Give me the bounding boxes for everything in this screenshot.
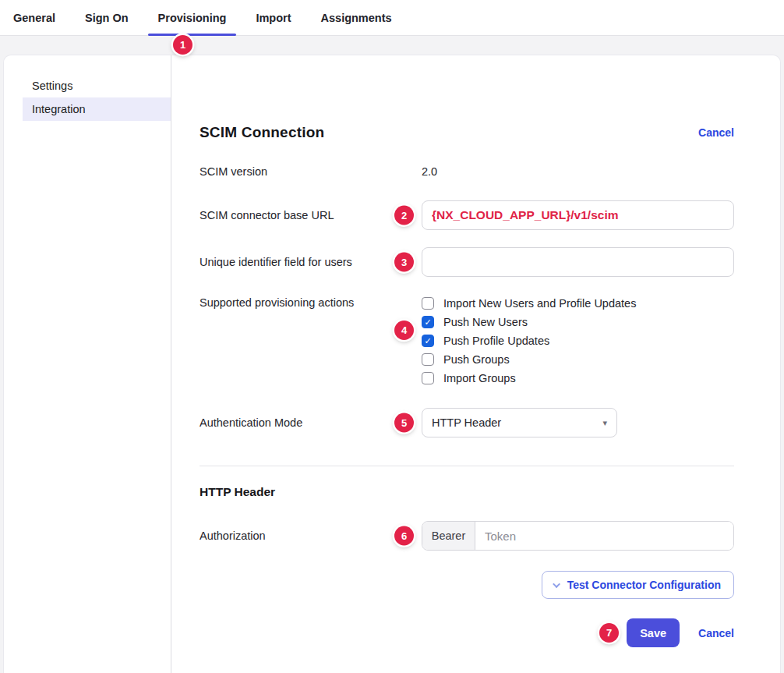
auth-mode-row: Authentication Mode 5 HTTP Header ▾ bbox=[200, 408, 734, 437]
checkbox-icon bbox=[422, 297, 434, 310]
checkbox-label: Import New Users and Profile Updates bbox=[443, 297, 636, 310]
base-url-row: SCIM connector base URL 2 bbox=[200, 200, 734, 230]
sidebar-item-integration[interactable]: Integration bbox=[23, 97, 171, 121]
http-header-section-title: HTTP Header bbox=[200, 485, 734, 499]
auth-mode-selected-value: HTTP Header bbox=[432, 416, 501, 429]
checkbox-option-push-profile-updates[interactable]: Push Profile Updates bbox=[422, 331, 734, 350]
base-url-label: SCIM connector base URL bbox=[200, 209, 422, 221]
unique-id-label: Unique identifier field for users bbox=[200, 256, 422, 268]
checkbox-option-import-groups[interactable]: Import Groups bbox=[422, 369, 734, 388]
scim-version-value: 2.0 bbox=[422, 165, 437, 178]
tab-import[interactable]: Import bbox=[245, 0, 301, 35]
sidebar-item-settings[interactable]: Settings bbox=[23, 74, 171, 97]
step-badge-6: 6 bbox=[394, 526, 414, 546]
step-badge-7: 7 bbox=[599, 623, 619, 643]
step-badge-5: 5 bbox=[394, 413, 414, 433]
cancel-link-top[interactable]: Cancel bbox=[698, 126, 734, 139]
checkbox-label: Push Profile Updates bbox=[443, 335, 549, 347]
checkbox-icon bbox=[422, 316, 434, 328]
test-connector-button[interactable]: Test Connector Configuration bbox=[542, 571, 734, 599]
step-badge-4: 4 bbox=[394, 321, 414, 340]
page-title: SCIM Connection bbox=[200, 124, 324, 141]
checkbox-label: Push Groups bbox=[443, 353, 510, 366]
provisioning-actions-row: Supported provisioning actions 4 Import … bbox=[200, 294, 734, 388]
token-input[interactable] bbox=[475, 522, 733, 550]
tab-general[interactable]: General bbox=[3, 0, 65, 35]
auth-mode-label: Authentication Mode bbox=[200, 416, 422, 429]
provisioning-actions-label: Supported provisioning actions bbox=[200, 294, 422, 309]
save-button[interactable]: Save bbox=[627, 618, 680, 647]
checkbox-option-import-new-users[interactable]: Import New Users and Profile Updates bbox=[422, 294, 734, 313]
chevron-down-icon: ▾ bbox=[602, 418, 607, 428]
scim-version-row: SCIM version 2.0 bbox=[200, 165, 734, 179]
authorization-compound-input: Bearer bbox=[422, 521, 734, 551]
step-badge-1: 1 bbox=[173, 35, 192, 55]
section-divider bbox=[200, 466, 734, 466]
checkbox-option-push-groups[interactable]: Push Groups bbox=[422, 350, 734, 369]
checkbox-label: Import Groups bbox=[443, 372, 516, 384]
unique-id-row: Unique identifier field for users 3 bbox=[200, 247, 734, 277]
checkbox-icon bbox=[422, 353, 434, 366]
authorization-row: Authorization 6 Bearer bbox=[200, 521, 734, 551]
base-url-input[interactable] bbox=[422, 200, 734, 230]
settings-sidebar: Settings Integration bbox=[4, 55, 171, 673]
cancel-link-bottom[interactable]: Cancel bbox=[698, 627, 734, 639]
provisioning-card: Settings Integration SCIM Connection Can… bbox=[3, 55, 781, 673]
app-tab-bar: General Sign On Provisioning Import Assi… bbox=[0, 0, 784, 36]
checkbox-label: Push New Users bbox=[443, 316, 528, 328]
tab-provisioning[interactable]: Provisioning bbox=[148, 0, 237, 35]
tab-sign-on[interactable]: Sign On bbox=[75, 0, 139, 35]
step-badge-2: 2 bbox=[394, 206, 414, 225]
bearer-prefix: Bearer bbox=[422, 522, 475, 550]
checkbox-option-push-new-users[interactable]: Push New Users bbox=[422, 313, 734, 331]
step-badge-3: 3 bbox=[394, 253, 414, 272]
tab-assignments[interactable]: Assignments bbox=[311, 0, 402, 35]
scim-connection-form: SCIM Connection Cancel SCIM version 2.0 … bbox=[171, 55, 780, 673]
chevron-down-icon bbox=[553, 580, 560, 588]
unique-id-input[interactable] bbox=[422, 247, 734, 277]
checkbox-icon bbox=[422, 335, 434, 347]
auth-mode-select[interactable]: HTTP Header ▾ bbox=[422, 408, 617, 437]
checkbox-icon bbox=[422, 372, 434, 384]
authorization-label: Authorization bbox=[200, 530, 422, 542]
test-connector-button-label: Test Connector Configuration bbox=[567, 579, 721, 591]
scim-version-label: SCIM version bbox=[200, 165, 422, 178]
